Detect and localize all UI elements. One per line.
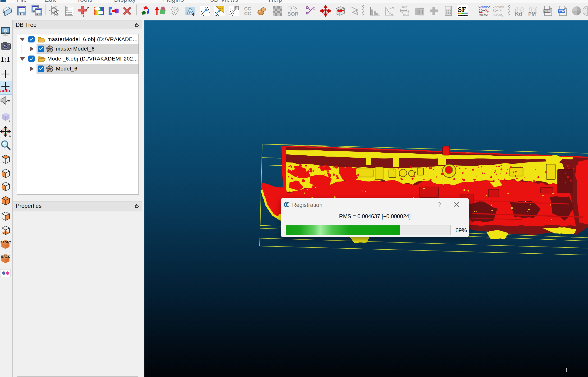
svg-text:CC: CC [244, 11, 251, 16]
svg-text:auto: auto [0, 88, 10, 93]
svg-text:SOR: SOR [287, 11, 298, 17]
svg-text:1:1: 1:1 [0, 55, 10, 63]
svg-text:Create: Create [479, 13, 488, 17]
svg-text:Classify: Classify [492, 13, 503, 17]
svg-text:CSV: CSV [559, 10, 565, 13]
svg-text:max: max [403, 13, 409, 16]
svg-text:CANUPO: CANUPO [493, 5, 504, 8]
svg-text:SHP: SHP [544, 10, 550, 13]
svg-text:FM: FM [528, 11, 536, 17]
svg-text:CANUPO: CANUPO [478, 5, 490, 8]
svg-text:μ,σ: μ,σ [390, 6, 394, 9]
svg-text:FRONT: FRONT [0, 241, 11, 244]
svg-text:min: min [402, 5, 407, 9]
svg-text:BACK: BACK [1, 255, 10, 258]
svg-text:CC: CC [244, 6, 251, 12]
svg-text:Kd: Kd [515, 11, 522, 17]
svg-text:SF: SF [458, 5, 466, 13]
